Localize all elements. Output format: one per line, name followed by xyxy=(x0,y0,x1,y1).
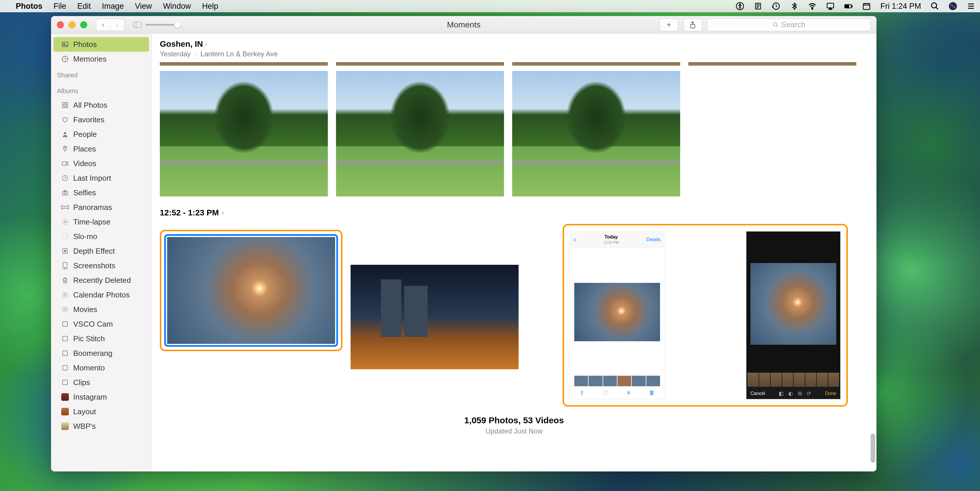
chevron-right-icon: › xyxy=(222,209,224,217)
minimize-button[interactable] xyxy=(68,21,76,28)
svg-point-33 xyxy=(65,268,65,268)
sidebar-depth[interactable]: Depth Effect xyxy=(51,244,151,258)
photo-thumbnail-screenshot[interactable]: Cancel ◧◐⊞⟳ Done xyxy=(746,231,841,399)
sidebar-vsco[interactable]: VSCO Cam xyxy=(51,317,151,331)
sidebar-clips[interactable]: Clips xyxy=(51,375,151,390)
svg-rect-42 xyxy=(63,380,67,385)
sidebar-movies[interactable]: Movies xyxy=(51,302,151,317)
svg-point-10 xyxy=(932,3,937,8)
search-field[interactable]: Search xyxy=(707,18,870,31)
section-header[interactable]: 12:52 - 1:23 PM› xyxy=(152,196,877,222)
svg-rect-20 xyxy=(65,106,68,108)
svg-rect-39 xyxy=(63,336,67,341)
sidebar-wbps[interactable]: WBP's xyxy=(51,419,151,434)
sidebar-panoramas[interactable]: Panoramas xyxy=(51,200,151,215)
date-icon[interactable] xyxy=(862,2,871,11)
notification-icon[interactable] xyxy=(967,2,975,11)
settings-icon: ≡ xyxy=(627,389,631,396)
forward-button[interactable]: › xyxy=(110,19,124,31)
menu-edit[interactable]: Edit xyxy=(77,2,91,11)
sidebar-selfies[interactable]: Selfies xyxy=(51,185,151,200)
library-footer: 1,059 Photos, 53 Videos Updated Just Now xyxy=(152,407,877,441)
sidebar-boomerang[interactable]: Boomerang xyxy=(51,346,151,360)
sidebar-all-photos[interactable]: All Photos xyxy=(51,98,151,112)
app-menu[interactable]: Photos xyxy=(16,2,43,11)
menu-help[interactable]: Help xyxy=(202,2,218,11)
fullscreen-button[interactable] xyxy=(80,21,87,28)
photo-thumbnail[interactable] xyxy=(351,265,519,369)
person-icon xyxy=(61,130,69,139)
siri-icon[interactable] xyxy=(948,2,957,11)
timemachine-icon[interactable] xyxy=(772,2,781,11)
svg-point-34 xyxy=(62,292,68,298)
sidebar-last-import[interactable]: Last Import xyxy=(51,171,151,185)
camera-icon xyxy=(61,188,69,197)
photo-count: 1,059 Photos, 53 Videos xyxy=(152,415,877,425)
scrollbar[interactable] xyxy=(870,434,875,463)
photo-thumbnail[interactable] xyxy=(688,62,856,66)
accessibility-icon[interactable] xyxy=(736,2,745,11)
back-button[interactable]: ‹ xyxy=(96,19,110,31)
photo-thumbnail-selected[interactable] xyxy=(167,237,335,344)
svg-point-1 xyxy=(740,4,741,5)
svg-rect-18 xyxy=(65,102,68,105)
sidebar-instagram[interactable]: Instagram xyxy=(51,390,151,404)
svg-point-37 xyxy=(64,308,66,311)
album-thumb-icon xyxy=(61,422,69,430)
sidebar-places[interactable]: Places xyxy=(51,142,151,156)
details-link: Details xyxy=(646,237,661,242)
bluetooth-icon[interactable] xyxy=(790,2,799,11)
sidebar-photos[interactable]: Photos xyxy=(53,37,149,52)
photo-thumbnail[interactable] xyxy=(512,71,680,196)
photo-thumbnail[interactable] xyxy=(160,62,328,66)
display-icon[interactable] xyxy=(754,2,762,11)
sidebar-recently-deleted[interactable]: Recently Deleted xyxy=(51,273,151,287)
battery-icon[interactable] xyxy=(844,2,853,11)
screen-icon xyxy=(61,261,69,270)
airplay-icon[interactable] xyxy=(826,2,835,11)
folder-icon xyxy=(61,349,69,357)
add-button[interactable]: + xyxy=(659,18,678,31)
sidebar: Photos Memories Shared Albums All Photos… xyxy=(51,33,152,472)
sidebar-toggle-icon[interactable] xyxy=(133,22,142,28)
share-button[interactable] xyxy=(683,18,702,31)
sidebar-favorites[interactable]: Favorites xyxy=(51,112,151,127)
moment-header[interactable]: Goshen, IN› Yesterday · Lantern Ln & Ber… xyxy=(152,33,877,60)
sidebar-people[interactable]: People xyxy=(51,127,151,142)
svg-rect-41 xyxy=(63,365,67,370)
sidebar-timelapse[interactable]: Time-lapse xyxy=(51,215,151,229)
share-icon: ⇪ xyxy=(579,389,584,397)
zoom-slider[interactable] xyxy=(146,24,181,26)
sidebar-memories[interactable]: Memories xyxy=(51,52,151,66)
menu-image[interactable]: Image xyxy=(102,2,124,11)
sidebar-screenshots[interactable]: Screenshots xyxy=(51,258,151,273)
photo-thumbnail-screenshot[interactable]: ‹ Today12:52 PM Details ⇪ ♡ ≡ 🗑 xyxy=(570,231,664,399)
photo-thumbnail[interactable] xyxy=(336,71,504,196)
sidebar-layout[interactable]: Layout xyxy=(51,404,151,419)
menu-file[interactable]: File xyxy=(54,2,67,11)
wifi-icon[interactable] xyxy=(808,2,817,11)
clock[interactable]: Fri 1:24 PM xyxy=(880,2,921,11)
photos-window: ‹ › Moments + Search Photos Memorie xyxy=(51,16,877,472)
trash-icon xyxy=(61,276,69,284)
svg-point-35 xyxy=(64,294,66,296)
sidebar-momento[interactable]: Momento xyxy=(51,360,151,375)
annotation-highlight xyxy=(160,230,342,351)
menu-view[interactable]: View xyxy=(135,2,152,11)
photo-thumbnail[interactable] xyxy=(512,62,680,66)
spotlight-icon[interactable] xyxy=(931,2,939,11)
sidebar-picstitch[interactable]: Pic Stitch xyxy=(51,331,151,346)
close-button[interactable] xyxy=(57,21,64,28)
done-label: Done xyxy=(825,391,836,396)
menu-window[interactable]: Window xyxy=(163,2,191,11)
svg-rect-8 xyxy=(846,5,849,8)
sidebar-videos[interactable]: Videos xyxy=(51,156,151,171)
sidebar-slomo[interactable]: Slo-mo xyxy=(51,229,151,244)
photo-thumbnail[interactable] xyxy=(160,71,328,196)
album-thumb-icon xyxy=(61,408,69,416)
gear-icon xyxy=(61,291,69,299)
pin-icon xyxy=(61,145,69,153)
photo-thumbnail[interactable] xyxy=(336,62,504,66)
folder-icon xyxy=(61,378,69,386)
sidebar-calendar-photos[interactable]: Calendar Photos xyxy=(51,287,151,302)
